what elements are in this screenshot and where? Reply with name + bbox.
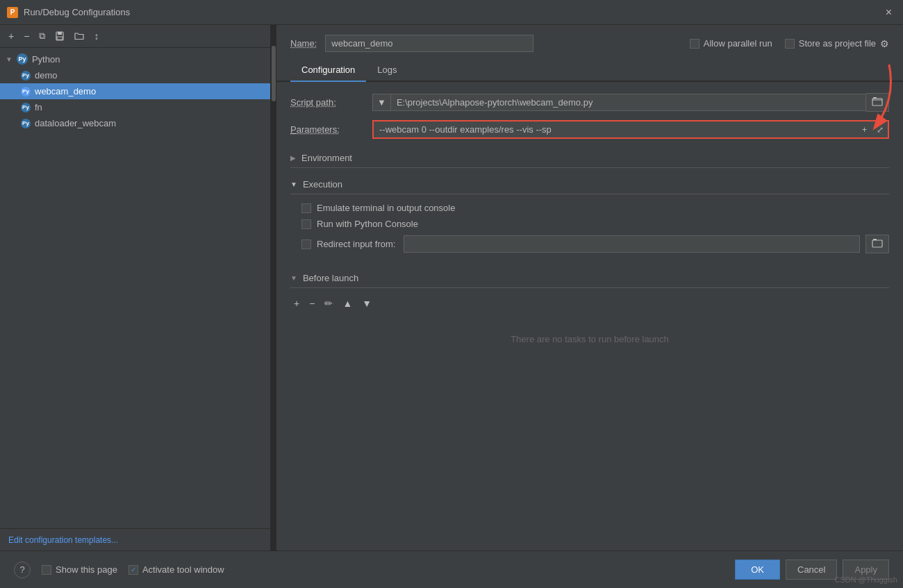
tree-group-label: Python	[32, 54, 60, 65]
webcam-demo-icon: Py	[21, 87, 31, 96]
show-page-label: Show this page	[56, 564, 117, 575]
store-project-label: Store as project file	[799, 38, 876, 49]
folder-button[interactable]	[72, 31, 87, 42]
tree-item-demo[interactable]: Py demo	[0, 67, 270, 83]
redirect-input-field[interactable]	[404, 235, 860, 253]
execution-header[interactable]: ▼ Execution	[290, 174, 889, 194]
script-path-browse-button[interactable]	[866, 93, 889, 112]
allow-parallel-checkbox[interactable]	[690, 39, 699, 49]
left-toolbar: + − ⧉ ↕	[0, 25, 270, 48]
allow-parallel-label: Allow parallel run	[704, 38, 772, 49]
edit-config-link[interactable]: Edit configuration templates...	[8, 535, 118, 545]
show-page-checkbox[interactable]	[42, 565, 51, 575]
run-python-console-checkbox[interactable]	[301, 219, 311, 229]
store-project-checkbox[interactable]	[785, 39, 795, 49]
environment-label: Environment	[301, 153, 352, 163]
cancel-button[interactable]: Cancel	[786, 560, 837, 580]
before-launch-section: ▼ Before launch + − ✏ ▲ ▼ There are no t…	[290, 267, 889, 365]
name-input[interactable]	[325, 35, 533, 52]
tree-group-python[interactable]: ▼ Py Python	[0, 51, 270, 67]
tabs-bar: Configuration Logs	[276, 59, 903, 82]
launch-down-button[interactable]: ▼	[358, 296, 375, 310]
svg-rect-7	[873, 239, 877, 240]
bottom-bar: ? Show this page Activate tool window OK…	[0, 551, 903, 588]
emulate-terminal-label: Emulate terminal in output console	[317, 203, 455, 213]
sort-button[interactable]: ↕	[91, 29, 101, 43]
window-title: Run/Debug Configurations	[24, 7, 130, 17]
parameters-label: Parameters:	[290, 124, 367, 135]
svg-rect-2	[57, 37, 63, 40]
redirect-input-row: Redirect input from:	[301, 232, 889, 256]
execution-options: Emulate terminal in output console Run w…	[290, 200, 889, 256]
execution-arrow: ▼	[290, 180, 297, 188]
parameters-expand-button[interactable]: ⤢	[872, 122, 888, 137]
redirect-browse-button[interactable]	[865, 235, 889, 253]
remove-config-button[interactable]: −	[21, 29, 32, 43]
redirect-input-label: Redirect input from:	[317, 239, 395, 249]
tree-item-webcam-demo-label: webcam_demo	[35, 86, 96, 96]
tab-logs[interactable]: Logs	[366, 59, 408, 82]
python-group-icon: Py	[17, 53, 28, 65]
activate-tool-item[interactable]: Activate tool window	[129, 564, 224, 575]
tree-scrollbar[interactable]	[271, 25, 276, 551]
launch-remove-button[interactable]: −	[306, 296, 318, 310]
tree-item-webcam-demo[interactable]: Py webcam_demo	[0, 83, 270, 99]
launch-toolbar: + − ✏ ▲ ▼	[290, 294, 889, 313]
script-path-dropdown[interactable]: ▼	[372, 94, 390, 111]
options-group: Allow parallel run Store as project file…	[690, 38, 889, 49]
left-footer: Edit configuration templates...	[0, 528, 270, 551]
script-path-selector: ▼	[372, 93, 889, 112]
store-project-item[interactable]: Store as project file ⚙	[785, 38, 889, 49]
execution-label: Execution	[303, 179, 342, 190]
ok-button[interactable]: OK	[735, 560, 780, 580]
left-panel: + − ⧉ ↕ ▼ Py Python	[0, 25, 271, 551]
tree-item-fn[interactable]: Py fn	[0, 99, 270, 115]
help-button[interactable]: ?	[14, 562, 31, 578]
title-bar: P Run/Debug Configurations ×	[0, 0, 903, 25]
allow-parallel-item[interactable]: Allow parallel run	[690, 38, 772, 49]
right-panel: Name: Allow parallel run Store as projec…	[276, 25, 903, 551]
tree-item-dataloader-label: dataloader_webcam	[35, 118, 116, 128]
tab-configuration[interactable]: Configuration	[290, 59, 366, 82]
run-python-console-row[interactable]: Run with Python Console	[301, 216, 889, 232]
environment-header[interactable]: ▶ Environment	[290, 147, 889, 167]
script-path-row: Script path: ▼	[290, 93, 889, 112]
save-config-button[interactable]	[52, 30, 67, 42]
launch-add-button[interactable]: +	[290, 296, 303, 310]
app-icon: P	[7, 7, 18, 18]
tree-item-dataloader[interactable]: Py dataloader_webcam	[0, 115, 270, 131]
activate-tool-checkbox[interactable]	[129, 565, 138, 575]
launch-edit-button[interactable]: ✏	[321, 296, 336, 310]
svg-rect-4	[873, 97, 877, 99]
gear-icon[interactable]: ⚙	[880, 38, 889, 49]
execution-section: ▼ Execution Emulate terminal in output c…	[290, 174, 889, 256]
environment-arrow: ▶	[290, 154, 296, 162]
empty-tasks-message: There are no tasks to run before launch	[290, 313, 889, 365]
add-config-button[interactable]: +	[6, 29, 17, 43]
emulate-terminal-row[interactable]: Emulate terminal in output console	[301, 200, 889, 216]
launch-up-button[interactable]: ▲	[339, 296, 356, 310]
script-path-input[interactable]	[390, 94, 866, 111]
parameters-row: Parameters: + ⤢	[290, 120, 889, 139]
demo-icon: Py	[21, 71, 31, 81]
parameters-input[interactable]	[374, 121, 856, 137]
before-launch-arrow: ▼	[290, 274, 297, 282]
svg-rect-6	[872, 240, 882, 247]
redirect-input-checkbox[interactable]	[301, 240, 311, 249]
emulate-terminal-checkbox[interactable]	[301, 203, 311, 213]
before-launch-header[interactable]: ▼ Before launch	[290, 267, 889, 287]
environment-section: ▶ Environment	[290, 147, 889, 168]
parameters-add-button[interactable]: +	[858, 122, 871, 137]
dataloader-icon: Py	[21, 119, 31, 128]
tree-item-demo-label: demo	[35, 70, 58, 81]
svg-rect-1	[58, 32, 62, 35]
show-page-item[interactable]: Show this page	[42, 564, 117, 575]
script-path-label: Script path:	[290, 97, 367, 108]
tree-scroll-thumb[interactable]	[272, 46, 276, 101]
watermark: CSDN @Thuggish	[834, 576, 897, 584]
close-button[interactable]: ×	[881, 5, 896, 20]
copy-config-button[interactable]: ⧉	[36, 29, 48, 43]
activate-tool-label: Activate tool window	[142, 564, 224, 575]
config-tree: ▼ Py Python Py demo Py webcam_demo Py fn	[0, 48, 270, 528]
bottom-checkboxes: Show this page Activate tool window	[42, 564, 224, 575]
